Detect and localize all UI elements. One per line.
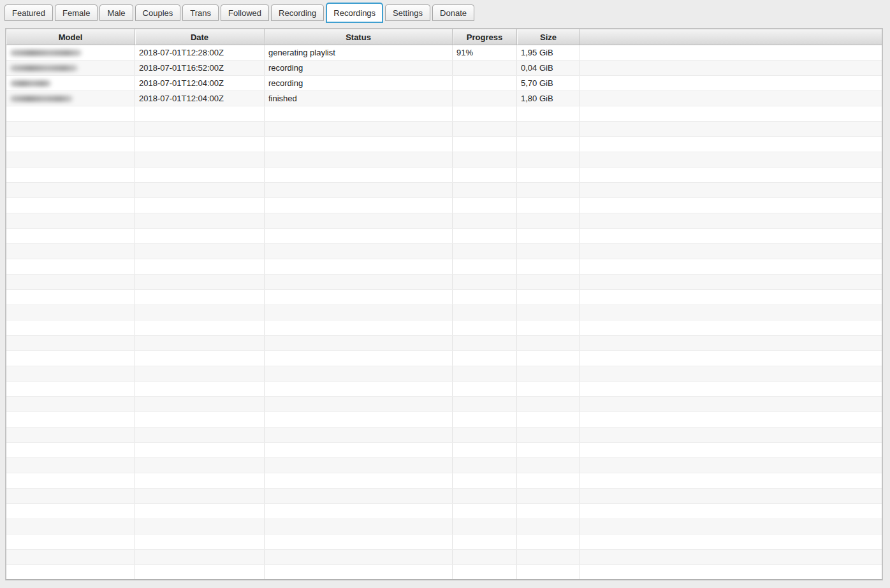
tab-recording[interactable]: Recording: [271, 4, 324, 21]
cell-model: [6, 76, 135, 90]
cell-date: 2018-07-01T12:28:00Z: [135, 45, 265, 60]
cell-empty: [135, 565, 265, 580]
tab-followed[interactable]: Followed: [221, 4, 269, 21]
cell-empty: [517, 183, 580, 197]
tab-female[interactable]: Female: [55, 4, 98, 21]
cell-empty: [453, 382, 517, 396]
cell-empty: [6, 443, 135, 457]
table-row[interactable]: 2018-07-01T12:04:00Zrecording5,70 GiB: [6, 76, 882, 91]
cell-filler: [580, 137, 882, 152]
cell-empty: [265, 168, 453, 182]
cell-empty: [265, 213, 453, 228]
table-row-empty: [6, 290, 882, 305]
cell-empty: [135, 259, 265, 274]
cell-empty: [265, 519, 453, 534]
cell-filler: [580, 229, 882, 243]
cell-empty: [453, 443, 517, 457]
cell-empty: [135, 106, 265, 121]
cell-empty: [6, 229, 135, 243]
table-row[interactable]: 2018-07-01T12:04:00Zfinished1,80 GiB: [6, 91, 882, 106]
cell-empty: [135, 213, 265, 228]
cell-empty: [135, 290, 265, 305]
table-row[interactable]: 2018-07-01T16:52:00Zrecording0,04 GiB: [6, 61, 882, 76]
cell-empty: [265, 229, 453, 243]
cell-empty: [453, 229, 517, 243]
cell-empty: [517, 351, 580, 366]
cell-empty: [135, 534, 265, 549]
column-header-date[interactable]: Date: [135, 29, 265, 45]
cell-filler: [580, 504, 882, 519]
table-row-empty: [6, 183, 882, 198]
cell-empty: [6, 519, 135, 534]
cell-empty: [135, 122, 265, 136]
tab-recordings[interactable]: Recordings: [326, 3, 383, 23]
cell-filler: [580, 61, 882, 75]
cell-empty: [265, 305, 453, 320]
cell-empty: [517, 565, 580, 580]
cell-filler: [580, 198, 882, 213]
column-header-status[interactable]: Status: [265, 29, 453, 45]
cell-empty: [453, 152, 517, 167]
cell-empty: [517, 320, 580, 335]
cell-size: 5,70 GiB: [517, 76, 580, 90]
table-row-empty: [6, 473, 882, 489]
cell-filler: [580, 275, 882, 289]
cell-empty: [517, 427, 580, 442]
cell-empty: [6, 412, 135, 427]
cell-size: 1,80 GiB: [517, 91, 580, 106]
table-row-empty: [6, 275, 882, 290]
cell-empty: [6, 504, 135, 519]
cell-empty: [135, 519, 265, 534]
cell-empty: [135, 244, 265, 259]
column-header-model[interactable]: Model: [6, 29, 135, 45]
cell-empty: [6, 458, 135, 473]
cell-empty: [517, 305, 580, 320]
table-row[interactable]: 2018-07-01T12:28:00Zgenerating playlist9…: [6, 45, 882, 61]
cell-empty: [453, 305, 517, 320]
table-row-empty: [6, 382, 882, 397]
cell-status: finished: [265, 91, 453, 106]
cell-empty: [517, 504, 580, 519]
cell-empty: [517, 168, 580, 182]
cell-empty: [265, 183, 453, 197]
tab-settings[interactable]: Settings: [385, 4, 430, 21]
table-row-empty: [6, 519, 882, 534]
table-row-empty: [6, 458, 882, 473]
tab-featured[interactable]: Featured: [4, 4, 53, 21]
censored-model-name: [10, 80, 51, 87]
cell-empty: [453, 504, 517, 519]
cell-empty: [517, 229, 580, 243]
table-row-empty: [6, 351, 882, 366]
tab-male[interactable]: Male: [99, 4, 133, 21]
cell-empty: [265, 458, 453, 473]
cell-empty: [265, 412, 453, 427]
tab-donate[interactable]: Donate: [432, 4, 474, 21]
censored-model-name: [10, 96, 73, 102]
cell-size: 0,04 GiB: [517, 61, 580, 75]
table-body: 2018-07-01T12:28:00Zgenerating playlist9…: [6, 45, 882, 580]
table-row-empty: [6, 565, 882, 580]
column-header-size[interactable]: Size: [517, 29, 580, 45]
cell-empty: [453, 412, 517, 427]
tab-couples[interactable]: Couples: [135, 4, 181, 21]
tab-trans[interactable]: Trans: [182, 4, 219, 21]
cell-size: 1,95 GiB: [517, 45, 580, 60]
cell-filler: [580, 244, 882, 259]
cell-empty: [517, 152, 580, 167]
table-row-empty: [6, 259, 882, 275]
cell-empty: [6, 565, 135, 580]
cell-empty: [6, 213, 135, 228]
cell-empty: [6, 366, 135, 381]
cell-empty: [135, 397, 265, 412]
cell-empty: [265, 290, 453, 305]
column-header-progress[interactable]: Progress: [453, 29, 517, 45]
recordings-table: ModelDateStatusProgressSize 2018-07-01T1…: [5, 28, 883, 580]
cell-empty: [265, 550, 453, 564]
cell-filler: [580, 290, 882, 305]
cell-empty: [453, 290, 517, 305]
table-row-empty: [6, 229, 882, 244]
cell-filler: [580, 45, 882, 60]
table-row-empty: [6, 336, 882, 351]
cell-status: recording: [265, 76, 453, 90]
tab-bar: FeaturedFemaleMaleCouplesTransFollowedRe…: [0, 0, 890, 25]
